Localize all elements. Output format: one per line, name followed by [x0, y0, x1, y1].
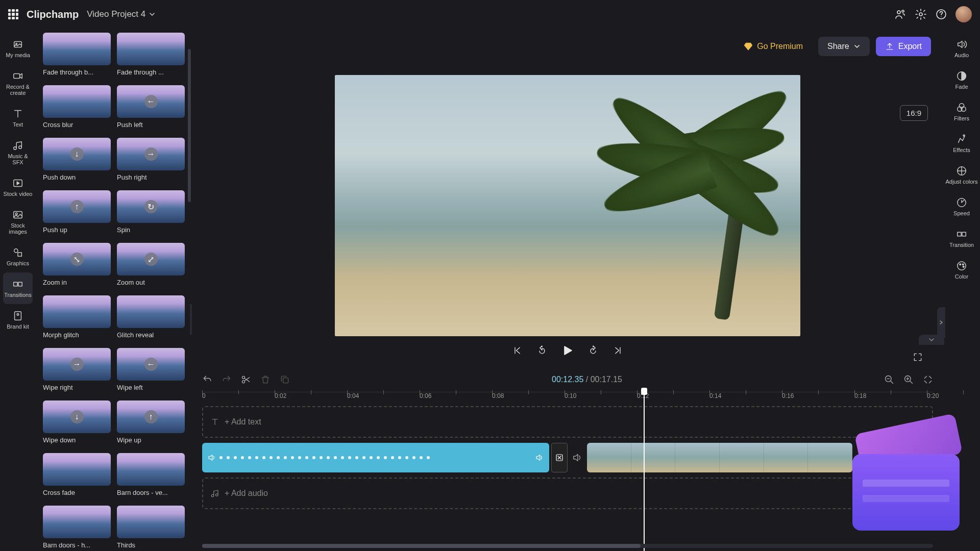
timeline-collapse-button[interactable] — [919, 335, 944, 345]
transition-item[interactable]: →Push right — [117, 138, 185, 181]
clipchamp-logo — [847, 423, 960, 536]
fullscreen-button[interactable] — [913, 352, 923, 364]
skip-back-button[interactable] — [512, 345, 523, 356]
timeline-scrollbar[interactable] — [202, 544, 933, 548]
svg-point-41 — [960, 264, 961, 265]
play-button[interactable] — [561, 344, 574, 357]
ruler-mark: 0:02 — [275, 392, 286, 399]
music-icon — [210, 489, 219, 498]
aspect-ratio-button[interactable]: 16:9 — [900, 105, 928, 121]
transition-item[interactable]: →Wipe right — [43, 348, 111, 391]
ruler-mark: 0:08 — [492, 392, 504, 399]
rightbar-item-speed[interactable]: Speed — [943, 191, 980, 222]
transition-item[interactable]: ←Push left — [117, 85, 185, 129]
project-name-text: Video Project 4 — [87, 9, 145, 19]
sidebar-item-graphics[interactable]: Graphics — [0, 241, 36, 272]
sidebar-item-text[interactable]: Text — [0, 102, 36, 134]
zoom-in-button[interactable] — [903, 374, 914, 385]
rightbar-item-transition[interactable]: Transition — [943, 222, 980, 254]
rightbar-item-color[interactable]: Color — [943, 254, 980, 286]
transition-item[interactable]: Barn doors - h... — [43, 506, 111, 549]
rightbar-item-audio[interactable]: Audio — [943, 33, 980, 64]
time-display: 00:12.35 / 00:17.15 — [299, 375, 875, 384]
share-button[interactable]: Share — [818, 37, 870, 56]
settings-icon[interactable] — [915, 8, 927, 20]
playhead[interactable] — [644, 391, 645, 551]
transition-item[interactable]: Thirds — [117, 506, 185, 549]
audio-track-placeholder[interactable]: + Add audio — [202, 478, 933, 509]
panel-scrollbar[interactable] — [188, 49, 191, 202]
brand-label: Clipchamp — [27, 9, 79, 20]
transition-item[interactable]: ↑Push up — [43, 190, 111, 234]
transition-item[interactable]: Morph glitch — [43, 295, 111, 339]
transition-item[interactable]: ↓Wipe down — [43, 400, 111, 444]
transition-item[interactable]: ↻Spin — [117, 190, 185, 234]
rewind-5s-button[interactable] — [537, 345, 547, 356]
right-panel-collapse-button[interactable] — [937, 307, 945, 338]
split-button[interactable] — [241, 374, 251, 385]
transition-item[interactable]: ←Wipe left — [117, 348, 185, 391]
left-sidebar: My mediaRecord & createTextMusic & SFXSt… — [0, 29, 36, 551]
rightbar-item-effects[interactable]: Effects — [943, 128, 980, 159]
ruler-mark: 0:04 — [347, 392, 359, 399]
audio-clip[interactable] — [202, 443, 549, 472]
svg-point-1 — [902, 10, 904, 12]
undo-button[interactable] — [202, 374, 212, 385]
svg-rect-21 — [283, 378, 288, 383]
text-track-placeholder[interactable]: + Add text — [202, 406, 933, 438]
video-clip[interactable] — [587, 443, 852, 472]
forward-5s-button[interactable] — [588, 345, 598, 356]
sidebar-item-transitions[interactable]: Transitions — [3, 272, 33, 304]
ruler-mark: 0:18 — [854, 392, 866, 399]
rightbar-item-filters[interactable]: Filters — [943, 96, 980, 128]
chevron-down-icon — [853, 43, 861, 50]
sidebar-item-record-create[interactable]: Record & create — [0, 64, 36, 102]
sidebar-item-music-sfx[interactable]: Music & SFX — [0, 134, 36, 171]
ruler-mark: 0:14 — [709, 392, 721, 399]
transition-item[interactable]: Barn doors - ve... — [117, 453, 185, 496]
zoom-out-button[interactable] — [884, 374, 894, 385]
svg-rect-38 — [958, 232, 961, 236]
share-label: Share — [827, 42, 849, 51]
ruler-mark: 0:06 — [420, 392, 431, 399]
project-name-dropdown[interactable]: Video Project 4 — [87, 9, 156, 19]
timeline-ruler[interactable]: 00:020:040:060:080:100:120:140:160:180:2… — [202, 392, 933, 406]
transition-item[interactable]: Cross fade — [43, 453, 111, 496]
svg-rect-39 — [962, 232, 966, 236]
app-launcher-icon[interactable] — [8, 9, 18, 19]
video-preview[interactable] — [335, 75, 800, 336]
transition-item[interactable]: ⤢Zoom out — [117, 243, 185, 286]
ruler-mark: 0:20 — [927, 392, 939, 399]
transition-item[interactable]: Cross blur — [43, 85, 111, 129]
go-premium-label: Go Premium — [757, 42, 803, 51]
upload-icon — [885, 42, 894, 51]
fit-zoom-button[interactable] — [923, 374, 933, 385]
export-button[interactable]: Export — [876, 37, 931, 56]
svg-point-10 — [14, 249, 18, 253]
user-avatar[interactable] — [955, 6, 972, 22]
go-premium-button[interactable]: Go Premium — [734, 37, 812, 56]
redo-button — [222, 374, 232, 385]
transition-item[interactable]: Fade through ... — [117, 33, 185, 76]
transition-marker[interactable] — [551, 443, 568, 472]
add-audio-label: + Add audio — [225, 489, 268, 498]
transition-item[interactable]: ↑Wipe up — [117, 400, 185, 444]
svg-rect-12 — [14, 282, 17, 286]
volume-icon[interactable] — [572, 452, 583, 463]
transition-item[interactable]: ⤡Zoom in — [43, 243, 111, 286]
rightbar-item-fade[interactable]: Fade — [943, 64, 980, 96]
volume-icon — [207, 453, 216, 462]
sidebar-item-stock-images[interactable]: Stock images — [0, 203, 36, 241]
sidebar-item-brand-kit[interactable]: Brand kit — [0, 304, 36, 336]
skip-forward-button[interactable] — [612, 345, 623, 356]
sidebar-item-stock-video[interactable]: Stock video — [0, 171, 36, 203]
invite-icon[interactable] — [894, 8, 906, 20]
transition-item[interactable]: ↓Push down — [43, 138, 111, 181]
rightbar-item-adjust-colors[interactable]: Adjust colors — [943, 159, 980, 191]
transition-item[interactable]: Fade through b... — [43, 33, 111, 76]
help-icon[interactable] — [935, 8, 947, 20]
ruler-mark: 0:16 — [782, 392, 794, 399]
transition-item[interactable]: Glitch reveal — [117, 295, 185, 339]
sidebar-item-my-media[interactable]: My media — [0, 33, 36, 64]
video-track[interactable] — [202, 442, 933, 473]
